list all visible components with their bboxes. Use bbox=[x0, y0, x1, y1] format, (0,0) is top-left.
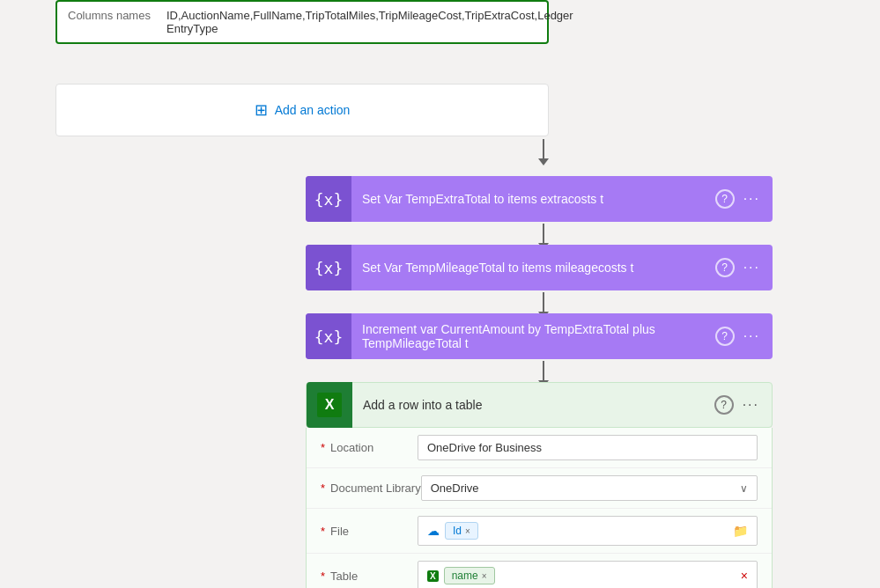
add-row-label: Add a row into a table bbox=[352, 398, 714, 412]
action-help-3[interactable]: ? bbox=[715, 327, 735, 346]
help-icon-2: ? bbox=[721, 261, 728, 274]
var-icon-1: {x} bbox=[314, 190, 344, 209]
canvas: Columns names ID,AuctionName,FullName,Tr… bbox=[0, 0, 880, 588]
table-label: * Table bbox=[321, 570, 418, 583]
add-row-block: X Add a row into a table ? ··· bbox=[306, 382, 773, 428]
doc-library-row: * Document Library OneDrive ∨ bbox=[307, 468, 772, 509]
doc-library-label-text: Document Library bbox=[330, 481, 421, 495]
action-dots-1[interactable]: ··· bbox=[743, 191, 760, 207]
file-tags: ☁ Id × bbox=[427, 522, 733, 540]
table-clear-icon[interactable]: × bbox=[741, 569, 748, 583]
table-tag-text: name bbox=[452, 570, 478, 582]
connector-line-3 bbox=[543, 292, 544, 312]
excel-letter: X bbox=[325, 397, 335, 413]
table-row-field: * Table X name × × bbox=[307, 554, 772, 588]
var-icon-box-3: {x} bbox=[306, 313, 351, 359]
onedrive-small-icon: ☁ bbox=[427, 524, 440, 538]
file-label: * File bbox=[321, 525, 418, 538]
connector-line-2 bbox=[543, 224, 544, 243]
add-action-area: ⊞ Add an action bbox=[55, 84, 549, 136]
connector-line-4 bbox=[543, 361, 544, 380]
var-icon-box-2: {x} bbox=[306, 245, 351, 290]
location-row: * Location OneDrive for Business Row to … bbox=[307, 428, 772, 468]
file-tag-text: Id bbox=[453, 525, 462, 537]
action-help-2[interactable]: ? bbox=[715, 258, 735, 277]
doc-library-required: * bbox=[321, 481, 325, 495]
excel-icon: X bbox=[317, 393, 342, 417]
help-icon-3: ? bbox=[721, 330, 728, 342]
table-tags: X name × bbox=[427, 567, 741, 584]
file-row: * File ☁ Id × 📁 bbox=[307, 509, 772, 554]
doc-library-label: * Document Library bbox=[321, 481, 421, 495]
action-dots-3[interactable]: ··· bbox=[743, 328, 760, 344]
increment-var-block: {x} Increment var CurrentAmount by TempE… bbox=[306, 313, 773, 359]
set-var-tempextratotal-label: Set Var TempExtraTotal to items extracos… bbox=[351, 192, 715, 206]
location-label: * Location bbox=[321, 441, 418, 454]
action-dots-2[interactable]: ··· bbox=[743, 260, 760, 276]
excel-icon-box: X bbox=[307, 382, 352, 428]
location-value-text: OneDrive for Business bbox=[427, 441, 542, 454]
columns-value: ID,AuctionName,FullName,TripTotalMiles,T… bbox=[166, 9, 573, 35]
file-id-tag: Id × bbox=[445, 522, 478, 540]
action-dots-4[interactable]: ··· bbox=[743, 397, 759, 413]
table-tag-close[interactable]: × bbox=[482, 571, 487, 581]
connector-1 bbox=[538, 139, 549, 165]
doc-library-value-text: OneDrive bbox=[431, 481, 479, 495]
columns-value-line1: ID,AuctionName,FullName,TripTotalMiles,T… bbox=[166, 9, 573, 22]
excel-small-icon: X bbox=[427, 570, 439, 582]
file-browse-icon[interactable]: 📁 bbox=[733, 524, 748, 538]
help-icon-4: ? bbox=[721, 399, 727, 411]
table-label-text: Table bbox=[330, 570, 358, 583]
connector-arrow-1 bbox=[538, 158, 549, 165]
set-var-tempmileagetotal-label: Set Var TempMileageTotal to items mileag… bbox=[351, 261, 715, 275]
action-controls-1: ? ··· bbox=[715, 189, 773, 209]
table-value[interactable]: X name × × bbox=[418, 561, 758, 588]
table-required: * bbox=[321, 570, 325, 583]
action-controls-3: ? ··· bbox=[715, 327, 773, 346]
action-controls-4: ? ··· bbox=[714, 395, 772, 415]
action-help-4[interactable]: ? bbox=[714, 395, 734, 415]
set-var-tempextratotal-block: {x} Set Var TempExtraTotal to items extr… bbox=[306, 176, 773, 222]
excel-expanded-form: * Location OneDrive for Business Row to … bbox=[306, 428, 773, 588]
file-value[interactable]: ☁ Id × 📁 bbox=[418, 516, 758, 546]
location-value[interactable]: OneDrive for Business Row to add into th… bbox=[418, 435, 758, 460]
help-icon-1: ? bbox=[721, 193, 728, 205]
columns-label: Columns names bbox=[68, 9, 156, 22]
action-controls-2: ? ··· bbox=[715, 258, 773, 277]
var-icon-3: {x} bbox=[314, 327, 344, 346]
file-required: * bbox=[321, 525, 325, 538]
doc-library-value[interactable]: OneDrive ∨ bbox=[421, 475, 758, 501]
add-action-button[interactable]: ⊞ Add an action bbox=[255, 100, 351, 120]
columns-card: Columns names ID,AuctionName,FullName,Tr… bbox=[55, 0, 549, 44]
increment-var-label: Increment var CurrentAmount by TempExtra… bbox=[351, 322, 715, 350]
file-tag-close[interactable]: × bbox=[465, 526, 470, 536]
var-icon-2: {x} bbox=[314, 259, 344, 277]
table-name-tag: name × bbox=[444, 567, 495, 584]
connector-line-1 bbox=[543, 139, 544, 158]
add-action-icon: ⊞ bbox=[255, 100, 268, 120]
columns-value-line2: EntryType bbox=[166, 22, 573, 35]
doc-library-dropdown-arrow: ∨ bbox=[740, 482, 748, 495]
location-required: * bbox=[321, 441, 325, 454]
var-icon-box-1: {x} bbox=[306, 176, 351, 222]
action-help-1[interactable]: ? bbox=[715, 189, 735, 209]
location-label-text: Location bbox=[330, 441, 373, 454]
set-var-tempmileagetotal-block: {x} Set Var TempMileageTotal to items mi… bbox=[306, 245, 773, 290]
file-label-text: File bbox=[330, 525, 349, 538]
add-action-label: Add an action bbox=[275, 103, 351, 117]
